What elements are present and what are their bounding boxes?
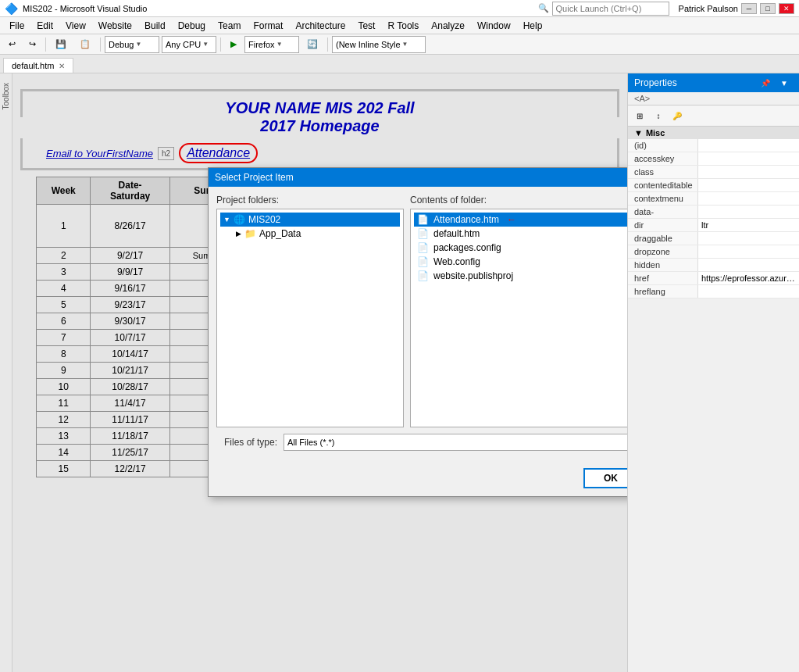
tab-close-button[interactable]: ✕ xyxy=(59,62,65,70)
properties-title: Properties xyxy=(634,77,677,88)
property-value[interactable] xyxy=(698,206,799,218)
folder-tree[interactable]: ▼ 🌐 MIS202 ▶ 📁 App_Data xyxy=(216,209,404,427)
property-value[interactable] xyxy=(698,192,799,205)
property-name: draggable xyxy=(628,232,698,245)
properties-dropdown-button[interactable]: ▼ xyxy=(776,75,793,91)
debug-config-arrow: ▼ xyxy=(135,41,141,48)
quick-launch-input[interactable] xyxy=(552,2,669,16)
browser-label: Firefox xyxy=(248,40,275,49)
folder-expand-icon: ▶ xyxy=(236,230,241,238)
menu-edit[interactable]: Edit xyxy=(30,17,59,34)
menu-team[interactable]: Team xyxy=(212,17,247,34)
file-icon-web: 📄 xyxy=(417,256,429,267)
menu-file[interactable]: File xyxy=(3,17,30,34)
file-name-default: default.htm xyxy=(433,228,480,239)
saveas-button[interactable]: 📋 xyxy=(74,36,96,53)
property-value[interactable] xyxy=(698,232,799,245)
toolbox: Toolbox xyxy=(0,73,12,672)
minimize-button[interactable]: ─ xyxy=(741,3,757,14)
dialog-title: Select Project Item xyxy=(215,172,294,183)
tree-appdata-folder[interactable]: ▶ 📁 App_Data xyxy=(233,227,400,241)
menu-format[interactable]: Format xyxy=(247,17,289,34)
project-folders-panel: Project folders: ▼ 🌐 MIS202 ▶ xyxy=(216,195,404,427)
title-bar-title: MIS202 - Microsoft Visual Studio xyxy=(23,4,538,13)
property-row: hreflang xyxy=(628,285,799,298)
ok-button[interactable]: OK xyxy=(583,468,627,488)
property-value[interactable] xyxy=(698,259,799,271)
properties-panel: Properties 📌 ▼ <A> ⊞ ↕ 🔑 ▼ Misc (id)acce… xyxy=(627,73,799,672)
menu-window[interactable]: Window xyxy=(471,17,517,34)
property-value[interactable] xyxy=(698,139,799,152)
file-attendance-htm[interactable]: 📄 Attendance.htm ← xyxy=(414,213,627,227)
inline-style-dropdown[interactable]: (New Inline Style ▼ xyxy=(332,36,426,53)
file-icon-default: 📄 xyxy=(417,228,429,239)
filetype-dropdown[interactable]: All Files (*.*) ▼ xyxy=(284,434,627,451)
tree-appdata-label: App_Data xyxy=(259,228,301,239)
search-icon: 🔍 xyxy=(538,3,549,13)
select-project-item-dialog: Select Project Item ? ✕ Project folders: xyxy=(208,167,627,497)
property-value[interactable]: https://eprofessor.azurewebsites.net/Pro… xyxy=(698,272,799,284)
debug-config-dropdown[interactable]: Debug ▼ xyxy=(105,36,159,53)
menu-website[interactable]: Website xyxy=(92,17,138,34)
property-row: hidden xyxy=(628,259,799,272)
main-area: Toolbox YOUR NAME MIS 202 Fall 2017 Home… xyxy=(0,73,799,672)
file-packages-config[interactable]: 📄 packages.config xyxy=(414,241,627,255)
dialog-body: Project folders: ▼ 🌐 MIS202 ▶ xyxy=(209,187,627,465)
property-value[interactable] xyxy=(698,179,799,191)
redo-button[interactable]: ↪ xyxy=(23,36,41,53)
toolbar-sep-2 xyxy=(100,38,101,52)
undo-button[interactable]: ↩ xyxy=(3,36,21,53)
toolbar-sep-3 xyxy=(220,38,221,52)
tab-label: default.htm xyxy=(12,61,54,70)
app-icon: 🔷 xyxy=(5,2,18,15)
tab-default-htm[interactable]: default.htm ✕ xyxy=(3,58,73,73)
browser-dropdown[interactable]: Firefox ▼ xyxy=(244,36,299,53)
properties-pin-button[interactable]: 📌 xyxy=(757,75,774,91)
menu-help[interactable]: Help xyxy=(517,17,549,34)
file-icon-packages: 📄 xyxy=(417,242,429,253)
misc-section-header: ▼ Misc xyxy=(628,127,799,139)
browser-arrow: ▼ xyxy=(276,41,283,48)
file-default-htm[interactable]: 📄 default.htm xyxy=(414,227,627,241)
menu-view[interactable]: View xyxy=(59,17,92,34)
property-name: hidden xyxy=(628,259,698,271)
property-value[interactable]: ltr xyxy=(698,219,799,231)
refresh-button[interactable]: 🔄 xyxy=(301,36,323,53)
menu-rtools[interactable]: R Tools xyxy=(381,17,425,34)
property-value[interactable] xyxy=(698,245,799,258)
platform-label: Any CPU xyxy=(166,40,201,49)
tree-indent: ▶ 📁 App_Data xyxy=(233,227,400,241)
property-value[interactable] xyxy=(698,152,799,165)
prop-grid-btn[interactable]: ⊞ xyxy=(631,108,648,123)
menu-test[interactable]: Test xyxy=(351,17,381,34)
misc-label: Misc xyxy=(646,128,665,138)
property-name: accesskey xyxy=(628,152,698,165)
prop-filter-btn[interactable]: 🔑 xyxy=(669,108,686,123)
property-row: contextmenu xyxy=(628,192,799,206)
properties-toolbar: ⊞ ↕ 🔑 xyxy=(628,105,799,127)
menu-analyze[interactable]: Analyze xyxy=(425,17,471,34)
menu-debug[interactable]: Debug xyxy=(172,17,212,34)
file-icon-proj: 📄 xyxy=(417,270,429,281)
prop-sort-btn[interactable]: ↕ xyxy=(650,108,667,123)
menu-architecture[interactable]: Architecture xyxy=(289,17,351,34)
menu-build[interactable]: Build xyxy=(138,17,172,34)
property-name: contextmenu xyxy=(628,192,698,205)
save-button[interactable]: 💾 xyxy=(50,36,72,53)
properties-header: Properties 📌 ▼ xyxy=(628,73,799,92)
file-list[interactable]: 📄 Attendance.htm ← 📄 default.htm 📄 xyxy=(410,209,627,427)
maximize-button[interactable]: □ xyxy=(760,3,776,14)
property-value[interactable] xyxy=(698,166,799,178)
file-web-config[interactable]: 📄 Web.config xyxy=(414,255,627,269)
property-row: hrefhttps://eprofessor.azurewebsites.net… xyxy=(628,272,799,285)
folder-icon: 📁 xyxy=(244,228,256,239)
dialog-title-bar: Select Project Item ? ✕ xyxy=(209,168,627,187)
run-button[interactable]: ▶ xyxy=(225,36,242,53)
property-value[interactable] xyxy=(698,285,799,298)
globe-icon: 🌐 xyxy=(234,214,245,225)
toolbar-sep-1 xyxy=(45,38,46,52)
file-publish-proj[interactable]: 📄 website.publishproj xyxy=(414,269,627,283)
tree-project-root[interactable]: ▼ 🌐 MIS202 xyxy=(220,213,400,227)
platform-dropdown[interactable]: Any CPU ▼ xyxy=(162,36,216,53)
close-button[interactable]: ✕ xyxy=(779,3,794,14)
